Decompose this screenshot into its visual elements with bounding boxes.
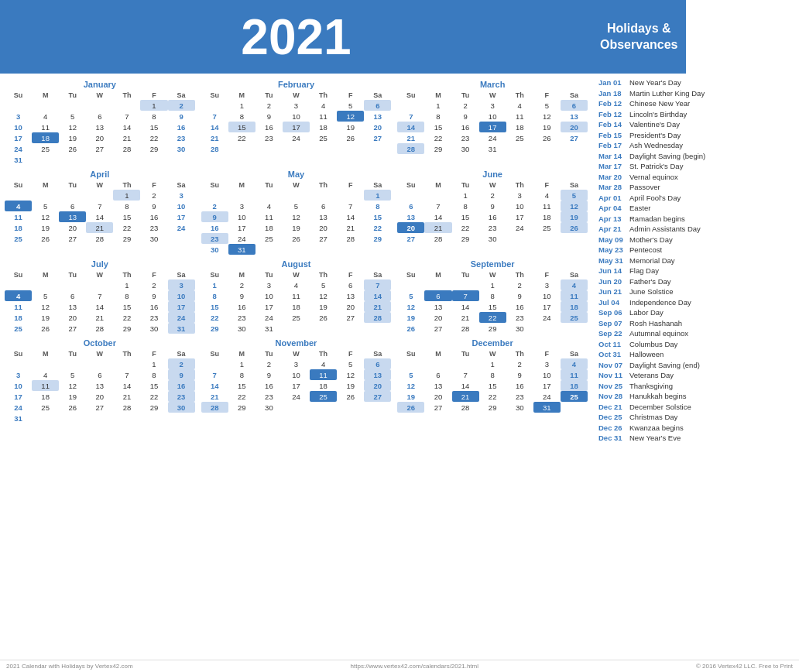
day-header-m: M bbox=[32, 270, 59, 279]
calendar-day: 15 bbox=[364, 211, 391, 222]
calendar-day: 20 bbox=[424, 312, 451, 323]
calendar-day: 27 bbox=[86, 402, 113, 413]
calendar-day bbox=[310, 402, 337, 413]
holiday-item: Sep 22Autumnal equinox bbox=[598, 329, 793, 338]
day-header-th: Th bbox=[310, 349, 337, 358]
day-header-w: W bbox=[283, 349, 310, 358]
holiday-name: Independence Day bbox=[629, 298, 691, 307]
calendar-day: 13 bbox=[86, 122, 113, 132]
calendar-day: 2 bbox=[140, 279, 167, 290]
calendar-day: 17 bbox=[228, 222, 255, 233]
calendar-day bbox=[424, 279, 451, 290]
calendar-day bbox=[310, 244, 337, 255]
holiday-date: Apr 13 bbox=[598, 214, 629, 223]
holiday-name: Columbus Day bbox=[629, 340, 677, 348]
calendar-day: 9 bbox=[168, 111, 195, 122]
calendar-day: 6 bbox=[424, 290, 451, 301]
day-header-w: W bbox=[283, 180, 310, 190]
calendar-day: 9 bbox=[479, 201, 506, 211]
calendar-day: 2 bbox=[228, 279, 255, 290]
calendar-day: 11 bbox=[533, 201, 561, 211]
calendar-day: 28 bbox=[201, 402, 228, 413]
calendar-day: 16 bbox=[168, 380, 195, 391]
calendar-day: 26 bbox=[310, 312, 337, 323]
calendar-day: 28 bbox=[86, 323, 113, 334]
calendar-day bbox=[59, 279, 86, 290]
month-november: NovemberSuMTuWThFSa123456789101112131415… bbox=[201, 338, 392, 423]
holiday-date: Mar 28 bbox=[598, 183, 629, 191]
calendar-day: 29 bbox=[201, 323, 228, 334]
calendar-day: 20 bbox=[59, 222, 86, 233]
calendar-day: 14 bbox=[452, 380, 479, 391]
holiday-item: Jul 04Independence Day bbox=[598, 298, 793, 307]
calendar-day: 6 bbox=[310, 201, 337, 211]
calendar-day: 7 bbox=[452, 369, 479, 380]
calendar-day: 15 bbox=[479, 380, 506, 391]
calendar-day: 25 bbox=[283, 312, 310, 323]
calendar-day: 22 bbox=[452, 222, 479, 233]
calendar-day bbox=[424, 358, 451, 369]
holiday-name: Valentine's Day bbox=[629, 120, 680, 129]
calendar-day: 20 bbox=[364, 380, 391, 391]
holiday-item: Sep 06Labor Day bbox=[598, 308, 793, 317]
holiday-item: Dec 21December Solstice bbox=[598, 403, 793, 411]
calendar-day bbox=[561, 402, 588, 413]
day-header-sa: Sa bbox=[168, 180, 195, 190]
calendar-day: 10 bbox=[283, 111, 310, 122]
calendar-day: 10 bbox=[533, 369, 561, 380]
calendar-day: 22 bbox=[113, 222, 140, 233]
calendar-day: 26 bbox=[32, 323, 59, 334]
calendar-day: 2 bbox=[452, 100, 479, 111]
calendar-day: 18 bbox=[310, 380, 337, 391]
calendar-day: 7 bbox=[201, 369, 228, 380]
holiday-item: Dec 25Christmas Day bbox=[598, 413, 793, 421]
calendar-day: 12 bbox=[533, 111, 561, 122]
calendar-day bbox=[32, 190, 59, 201]
calendar-day bbox=[283, 402, 310, 413]
calendar-day: 14 bbox=[86, 211, 113, 222]
main-layout: JanuarySuMTuWThFSa1234567891011121314151… bbox=[0, 74, 799, 660]
calendar-day: 13 bbox=[86, 380, 113, 391]
calendar-day: 9 bbox=[506, 290, 533, 301]
calendar-day: 26 bbox=[59, 402, 86, 413]
calendar-day: 8 bbox=[228, 369, 255, 380]
month-table-june: SuMTuWThFSa12345678910111213141516171819… bbox=[397, 180, 588, 244]
calendar-day: 3 bbox=[168, 190, 195, 201]
holiday-name: Daylight Saving (end) bbox=[629, 361, 700, 369]
calendar-day bbox=[86, 358, 113, 369]
calendar-day bbox=[337, 244, 364, 255]
calendar-day: 10 bbox=[283, 369, 310, 380]
calendar-day: 16 bbox=[255, 122, 283, 132]
calendar-day: 4 bbox=[5, 290, 32, 301]
calendar-day: 12 bbox=[283, 211, 310, 222]
calendar-day bbox=[32, 358, 59, 369]
calendar-day: 19 bbox=[59, 132, 86, 143]
calendar-day bbox=[397, 190, 424, 201]
calendar-day: 6 bbox=[364, 358, 391, 369]
calendar-day: 30 bbox=[140, 323, 167, 334]
calendar-day bbox=[255, 244, 283, 255]
calendar-day: 17 bbox=[479, 122, 506, 132]
calendar-day: 13 bbox=[310, 211, 337, 222]
calendar-day: 20 bbox=[86, 391, 113, 402]
holiday-date: May 09 bbox=[598, 235, 629, 244]
calendar-day: 14 bbox=[424, 211, 451, 222]
calendar-day: 14 bbox=[113, 122, 140, 132]
day-header-su: Su bbox=[5, 91, 32, 100]
calendar-day bbox=[201, 100, 228, 111]
holiday-item: Jan 18Martin Luther King Day bbox=[598, 89, 793, 98]
month-title-july: July bbox=[5, 259, 195, 269]
calendar-day: 28 bbox=[397, 143, 424, 154]
calendar-day: 11 bbox=[283, 290, 310, 301]
calendar-day: 1 bbox=[228, 358, 255, 369]
calendar-day bbox=[310, 190, 337, 201]
calendar-day bbox=[113, 358, 140, 369]
calendar-day: 29 bbox=[113, 233, 140, 244]
calendar-day: 16 bbox=[452, 122, 479, 132]
calendar-day: 30 bbox=[228, 323, 255, 334]
calendar-day: 15 bbox=[452, 211, 479, 222]
calendar-day: 25 bbox=[32, 143, 59, 154]
holiday-name: Ramadan begins bbox=[629, 214, 685, 223]
month-title-april: April bbox=[5, 170, 195, 179]
calendar-day: 8 bbox=[479, 290, 506, 301]
